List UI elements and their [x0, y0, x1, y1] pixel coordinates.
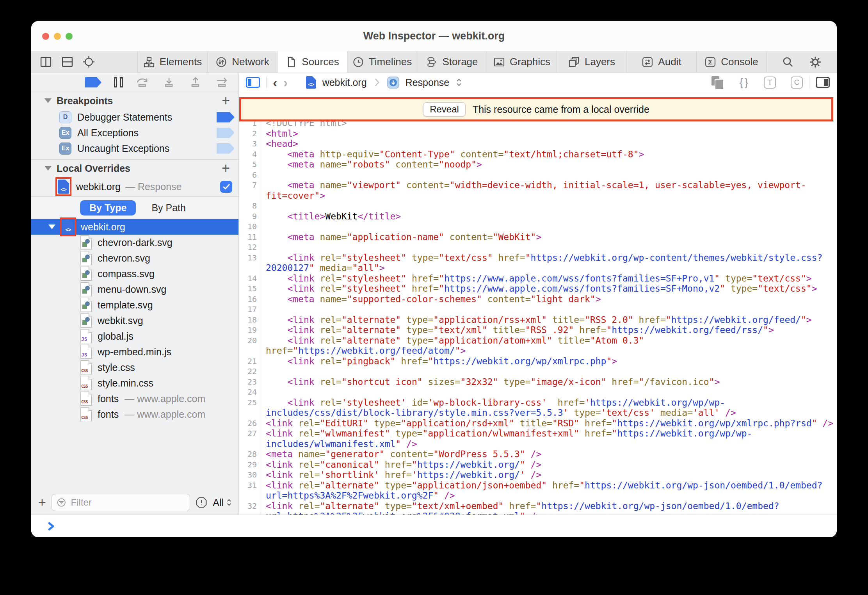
line-number[interactable]: 4 [239, 149, 261, 160]
file-row[interactable]: compass.svg [31, 266, 238, 281]
line-number[interactable]: 11 [239, 232, 261, 242]
line-number[interactable] [239, 263, 261, 273]
line-number[interactable]: 16 [239, 294, 261, 305]
line-number[interactable]: 12 [239, 242, 261, 253]
step-out-icon[interactable] [189, 77, 203, 88]
by-path-tab[interactable]: By Path [148, 200, 190, 216]
tab-network[interactable]: Network [208, 51, 277, 73]
breakpoints-section-header[interactable]: Breakpoints + [31, 92, 238, 109]
line-number[interactable]: 17 [239, 304, 261, 315]
line-number[interactable] [239, 346, 261, 356]
line-number[interactable]: 22 [239, 366, 261, 377]
disclosure-triangle-icon[interactable] [44, 166, 52, 171]
line-number[interactable]: 13 [239, 253, 261, 263]
breakpoint-row-uncaught-exceptions[interactable]: Ex Uncaught Exceptions [31, 141, 238, 156]
file-row[interactable]: menu-down.svg [31, 281, 238, 297]
zoom-button[interactable] [66, 33, 73, 40]
file-row[interactable]: CSS style.css [31, 360, 238, 375]
line-number[interactable] [239, 439, 261, 449]
file-row[interactable]: template.svg [31, 297, 238, 313]
line-number[interactable]: 26 [239, 418, 261, 429]
dock-side-icon[interactable] [40, 56, 52, 68]
minimize-button[interactable] [54, 33, 61, 40]
line-number[interactable]: 2 [239, 128, 261, 139]
breadcrumb-resource[interactable]: Response [406, 77, 450, 88]
local-overrides-section-header[interactable]: Local Overrides + [31, 160, 238, 177]
line-number[interactable] [239, 511, 261, 515]
step-next-icon[interactable] [215, 77, 229, 88]
add-breakpoint-button[interactable]: + [222, 95, 230, 107]
file-row[interactable]: chevron.svg [31, 250, 238, 266]
source-code-view[interactable]: 1<!DOCTYPE html>2<html>3<head>4 <meta ht… [239, 118, 837, 515]
filter-input[interactable] [70, 497, 185, 508]
step-into-icon[interactable] [162, 77, 176, 88]
line-number[interactable]: 28 [239, 449, 261, 460]
file-row[interactable]: JS global.js [31, 328, 238, 344]
filter-field[interactable] [52, 494, 190, 511]
line-number[interactable]: 8 [239, 201, 261, 211]
line-number[interactable] [239, 191, 261, 201]
dock-bottom-icon[interactable] [61, 56, 73, 68]
scope-dropdown[interactable]: All [213, 497, 231, 508]
override-enabled-checkbox[interactable] [220, 181, 232, 193]
line-number[interactable] [239, 408, 261, 418]
line-number[interactable]: 30 [239, 470, 261, 480]
file-row[interactable]: CSS fonts — www.apple.com [31, 406, 238, 422]
disclosure-triangle-icon[interactable] [44, 98, 52, 103]
search-icon[interactable] [782, 56, 794, 68]
line-number[interactable]: 25 [239, 397, 261, 408]
local-override-row[interactable]: <> webkit.org — Response [31, 177, 238, 196]
breakpoint-row-all-exceptions[interactable]: Ex All Exceptions [31, 125, 238, 141]
close-button[interactable] [42, 33, 49, 40]
by-type-tab[interactable]: By Type [80, 200, 136, 216]
tab-timelines[interactable]: Timelines [347, 51, 417, 73]
tab-graphics[interactable]: Graphics [487, 51, 557, 73]
line-number[interactable]: 18 [239, 315, 261, 325]
breakpoint-flag-enabled-icon[interactable] [217, 112, 235, 123]
line-number[interactable]: 27 [239, 428, 261, 439]
disclosure-triangle-icon[interactable] [48, 224, 55, 229]
line-number[interactable]: 23 [239, 377, 261, 387]
file-row[interactable]: chevron-dark.svg [31, 235, 238, 250]
tab-storage[interactable]: Storage [417, 51, 487, 73]
tree-root-webkit-org[interactable]: <> webkit.org [31, 219, 238, 235]
line-number[interactable]: 7 [239, 180, 261, 191]
right-sidebar-toggle-icon[interactable] [816, 77, 830, 88]
line-number[interactable]: 32 [239, 501, 261, 511]
line-number[interactable]: 21 [239, 356, 261, 367]
file-row[interactable]: CSS style.min.css [31, 375, 238, 391]
line-number[interactable]: 15 [239, 283, 261, 294]
breakpoints-toggle-icon[interactable] [85, 77, 101, 87]
tab-elements[interactable]: Elements [138, 51, 208, 73]
gear-icon[interactable] [809, 56, 822, 68]
line-number[interactable]: 6 [239, 170, 261, 180]
console-prompt-bar[interactable] [31, 515, 837, 537]
tab-layers[interactable]: Layers [557, 51, 627, 73]
element-picker-icon[interactable] [83, 56, 95, 68]
tab-audit[interactable]: Audit [627, 51, 697, 73]
line-number[interactable]: 20 [239, 335, 261, 346]
line-number[interactable]: 5 [239, 159, 261, 170]
breadcrumb-site[interactable]: webkit.org [322, 77, 367, 88]
tab-console[interactable]: Console [697, 51, 767, 73]
forward-button[interactable]: › [283, 76, 288, 89]
breakpoint-row-debugger-statements[interactable]: D Debugger Statements [31, 109, 238, 125]
code-coverage-icon[interactable]: C [791, 77, 803, 89]
line-number[interactable]: 31 [239, 480, 261, 491]
copy-icon[interactable] [711, 76, 723, 89]
line-number[interactable] [239, 490, 261, 501]
tab-sources[interactable]: Sources [277, 51, 347, 73]
breakpoint-flag-disabled-icon[interactable] [217, 143, 235, 154]
type-profiler-icon[interactable]: T [764, 77, 776, 89]
add-override-button[interactable]: + [222, 163, 230, 174]
add-resource-button[interactable]: + [38, 497, 46, 508]
file-row[interactable]: webkit.svg [31, 313, 238, 328]
line-number[interactable]: 14 [239, 273, 261, 284]
line-number[interactable]: 29 [239, 460, 261, 470]
file-row[interactable]: JS wp-embed.min.js [31, 344, 238, 360]
reveal-button[interactable]: Reveal [423, 102, 466, 116]
line-number[interactable]: 24 [239, 387, 261, 397]
pause-icon[interactable] [114, 77, 123, 87]
file-row[interactable]: CSS fonts — www.apple.com [31, 391, 238, 406]
line-number[interactable]: 3 [239, 139, 261, 149]
